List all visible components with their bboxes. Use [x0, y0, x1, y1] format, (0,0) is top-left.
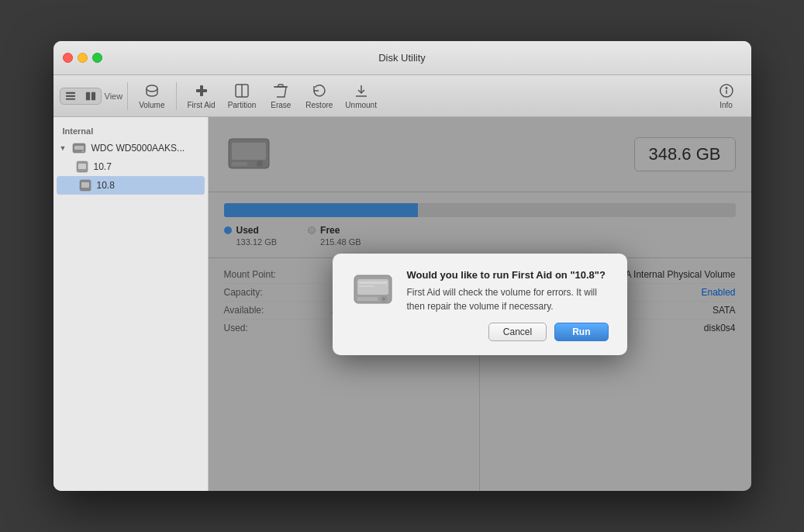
close-button[interactable] [63, 53, 73, 63]
toolbar: View Volume First Aid Partition [53, 75, 751, 117]
run-button[interactable]: Run [554, 323, 608, 341]
view-label: View [105, 92, 123, 101]
modal-text: Would you like to run First Aid on "10.8… [407, 269, 609, 313]
restore-label: Restore [305, 101, 333, 109]
svg-rect-0 [65, 92, 74, 93]
disk-icon [72, 141, 86, 155]
svg-rect-3 [85, 92, 89, 100]
svg-rect-23 [81, 182, 89, 188]
svg-point-16 [726, 88, 727, 89]
first-aid-label: First Aid [188, 101, 216, 109]
partition-button[interactable]: Partition [222, 79, 263, 112]
toolbar-separator-1 [127, 82, 128, 110]
hdd-icon [351, 269, 395, 313]
svg-rect-11 [278, 85, 283, 87]
svg-rect-34 [359, 285, 374, 287]
partition-label: Partition [228, 101, 257, 109]
svg-rect-21 [78, 164, 86, 169]
svg-rect-1 [65, 95, 74, 96]
sidebar-item-10-7-label: 10.7 [94, 161, 112, 172]
volume-label: Volume [139, 101, 164, 109]
restore-button[interactable]: Restore [299, 79, 339, 112]
sidebar-section-internal: Internal [53, 123, 208, 139]
svg-rect-2 [65, 98, 74, 99]
view-toggle-group [60, 88, 102, 105]
sidebar: Internal ▼ WDC WD5000AAKS... 10.7 [53, 117, 209, 491]
sidebar-item-10-8[interactable]: 10.8 [57, 176, 205, 195]
svg-rect-18 [74, 146, 84, 150]
svg-rect-4 [91, 92, 95, 100]
cancel-button[interactable]: Cancel [488, 323, 547, 341]
unmount-label: Unmount [345, 101, 377, 109]
svg-rect-33 [359, 282, 387, 284]
volume-button[interactable]: Volume [133, 79, 171, 112]
first-aid-dialog: Would you like to run First Aid on "10.8… [333, 254, 627, 355]
content-area: 348.6 GB Used 133.12 GB [209, 117, 751, 491]
unmount-button[interactable]: Unmount [339, 79, 383, 112]
titlebar: Disk Utility [53, 41, 751, 75]
erase-button[interactable]: Erase [262, 79, 299, 112]
svg-point-5 [147, 85, 157, 92]
first-aid-button[interactable]: First Aid [181, 79, 222, 112]
sidebar-item-10-7[interactable]: 10.7 [53, 157, 208, 176]
sidebar-item-wdc-label: WDC WD5000AAKS... [91, 143, 185, 154]
svg-rect-7 [196, 89, 207, 92]
modal-overlay: Would you like to run First Aid on "10.8… [209, 117, 751, 491]
toolbar-separator-2 [176, 82, 177, 110]
view-column-button[interactable] [81, 88, 101, 104]
traffic-lights [63, 53, 102, 63]
modal-title: Would you like to run First Aid on "10.8… [407, 269, 609, 281]
window-title: Disk Utility [378, 52, 426, 64]
sidebar-item-10-8-label: 10.8 [97, 180, 115, 191]
modal-body: First Aid will check the volume for erro… [407, 285, 609, 313]
sidebar-item-wdc[interactable]: ▼ WDC WD5000AAKS... [53, 139, 208, 157]
minimize-button[interactable] [78, 53, 88, 63]
info-label: Info [719, 101, 733, 109]
volume-icon-10-7 [75, 160, 89, 174]
modal-buttons: Cancel Run [351, 323, 609, 341]
main-area: Internal ▼ WDC WD5000AAKS... 10.7 [53, 117, 751, 491]
view-list-button[interactable] [60, 88, 81, 104]
app-window: Disk Utility View [53, 41, 751, 491]
modal-top: Would you like to run First Aid on "10.8… [351, 269, 609, 313]
maximize-button[interactable] [92, 53, 102, 63]
svg-point-19 [82, 150, 85, 153]
chevron-down-icon: ▼ [60, 144, 67, 152]
svg-point-32 [382, 298, 385, 300]
erase-label: Erase [271, 101, 291, 109]
svg-rect-30 [357, 297, 378, 301]
info-button[interactable]: Info [708, 79, 745, 112]
modal-hdd-icon [351, 269, 395, 313]
volume-icon-10-8 [78, 178, 92, 192]
